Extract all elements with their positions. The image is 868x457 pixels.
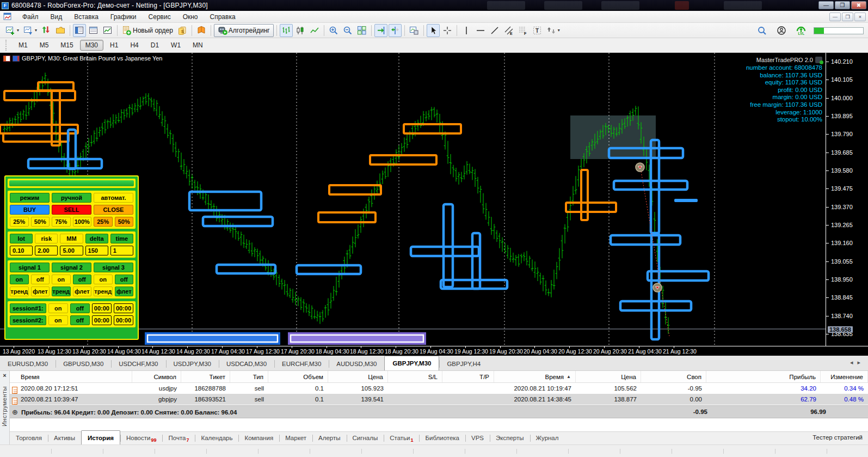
field-label-time[interactable]: time xyxy=(110,234,133,243)
column-header-6[interactable]: S/L xyxy=(388,371,442,382)
docking-button[interactable] xyxy=(408,24,421,37)
column-header-1[interactable]: Символ xyxy=(132,371,181,382)
bars-button[interactable] xyxy=(280,24,293,37)
lvl-button[interactable]: LVL xyxy=(795,24,808,37)
session-1-label[interactable]: session#1: xyxy=(10,303,46,313)
new-order-button[interactable]: Новый ордер xyxy=(120,24,175,37)
sell-button[interactable]: SELL xyxy=(52,205,91,215)
signal-1-flat-button[interactable]: флет xyxy=(31,287,50,296)
folder-button[interactable] xyxy=(54,24,67,37)
text-button[interactable]: T xyxy=(531,24,544,37)
timeframe-D1[interactable]: D1 xyxy=(145,40,164,51)
tab-scroll-arrows[interactable]: ◂▸ xyxy=(850,359,865,366)
signal-1-on-button[interactable]: on xyxy=(10,275,29,284)
toolbox-tab-Библиотека[interactable]: Библиотека xyxy=(419,432,465,444)
toolbox-close-icon[interactable]: × xyxy=(0,372,9,379)
signal-3-flat-button[interactable]: флет xyxy=(115,287,134,296)
toolbox-tab-Маркет[interactable]: Маркет xyxy=(279,432,312,444)
toolbox-tab-Новости[interactable]: Новости99 xyxy=(120,432,163,444)
signal-2-trend-button[interactable]: тренд xyxy=(52,287,71,296)
title-bar[interactable]: F 68008478 - RoboForex-Pro: Демо-счет - … xyxy=(0,0,868,11)
manual-mode-button[interactable]: ручной xyxy=(52,193,91,203)
arrows-button[interactable]: ▾ xyxy=(545,24,562,37)
close-button[interactable]: CLOSE xyxy=(94,205,133,215)
timeframe-H1[interactable]: H1 xyxy=(104,40,124,51)
signal-header-2[interactable]: signal 2 xyxy=(52,263,91,272)
timeframe-MN[interactable]: MN xyxy=(187,40,208,51)
channel-button[interactable]: E xyxy=(502,24,515,37)
field-label-delta[interactable]: delta xyxy=(85,234,108,243)
signal-header-1[interactable]: signal 1 xyxy=(10,263,50,272)
toolbox-tab-Календарь[interactable]: Календарь xyxy=(195,432,238,444)
session-1-off-button[interactable]: off xyxy=(70,303,90,313)
vertical-line-button[interactable] xyxy=(460,24,473,37)
percent-button-25[interactable]: 25% xyxy=(10,217,29,227)
minimize-button[interactable]: — xyxy=(818,1,834,9)
tile-windows-button[interactable] xyxy=(355,24,368,37)
chart-tab-AUDUSD-M30[interactable]: AUDUSD,M30 xyxy=(329,357,384,370)
percent-button-75[interactable]: 75% xyxy=(52,217,71,227)
column-header-2[interactable]: Тикет xyxy=(181,371,230,382)
field-input-time[interactable]: 1 xyxy=(110,246,133,255)
menu-Графики[interactable]: Графики xyxy=(104,11,143,22)
toolbox-tab-Торговля[interactable]: Торговля xyxy=(10,432,48,444)
refresh-button[interactable] xyxy=(40,24,53,37)
toolbox-tab-Почта[interactable]: Почта7 xyxy=(162,432,195,444)
toolbox-tab-Алерты[interactable]: Алерты xyxy=(312,432,346,444)
auto-scroll-button[interactable] xyxy=(374,24,387,37)
session-2-label[interactable]: session#2: xyxy=(10,315,46,325)
toolbox-tab-VPS[interactable]: VPS xyxy=(465,432,490,444)
restore-button[interactable]: ❒ xyxy=(835,1,850,9)
session-1-from-input[interactable]: 00:00 xyxy=(92,303,112,313)
toolbox-tab-Эксперты[interactable]: Эксперты xyxy=(490,432,530,444)
percent-button-100[interactable]: 100% xyxy=(73,217,92,227)
time-axis[interactable]: 13 Aug 202013 Aug 12:3013 Aug 20:3014 Au… xyxy=(0,346,868,356)
session-1-on-button[interactable]: on xyxy=(48,303,68,313)
chart-tab-EURCHF-M30[interactable]: EURCHF,M30 xyxy=(274,357,329,370)
signal-1-off-button[interactable]: off xyxy=(31,275,50,284)
field-input-risk[interactable]: 2.00 xyxy=(35,246,58,255)
column-header-10[interactable]: Своп xyxy=(641,371,706,382)
auto-mode-button[interactable]: автомат. xyxy=(94,193,133,203)
menu-Файл[interactable]: Файл xyxy=(16,11,45,22)
menu-Справка[interactable]: Справка xyxy=(204,11,242,22)
signal-3-on-button[interactable]: on xyxy=(94,275,113,284)
mode-button[interactable]: режим xyxy=(10,193,50,203)
algotrading-button[interactable]: Алготрейдинг xyxy=(214,24,274,37)
timeframe-W1[interactable]: W1 xyxy=(165,40,186,51)
profiles-button[interactable]: ▾ xyxy=(22,24,39,37)
signal-1-trend-button[interactable]: тренд xyxy=(10,287,29,296)
field-label-mm[interactable]: MM xyxy=(60,234,83,243)
column-header-0[interactable]: Время xyxy=(10,371,132,382)
column-header-11[interactable]: Прибыль xyxy=(706,371,821,382)
child-close-button[interactable]: × xyxy=(854,13,866,21)
new-chart-button[interactable]: ▾ xyxy=(4,24,21,37)
timeframe-M30[interactable]: M30 xyxy=(80,40,103,51)
column-header-8[interactable]: Время▲ xyxy=(494,371,576,382)
menu-Вставка[interactable]: Вставка xyxy=(68,11,104,22)
candles-button[interactable] xyxy=(294,24,307,37)
profile-button[interactable] xyxy=(775,24,788,37)
chart-tab-USDJPY-M30[interactable]: USDJPY,M30 xyxy=(166,357,219,370)
chart-tab-GBPUSD-M30[interactable]: GBPUSD,M30 xyxy=(56,357,111,370)
cursor-button[interactable] xyxy=(427,24,440,37)
toolbox-tab-История[interactable]: История xyxy=(81,430,120,444)
session-2-from-input[interactable]: 00:00 xyxy=(92,315,112,325)
chart-tab-GBPJPY-H4[interactable]: GBPJPY,H4 xyxy=(439,357,488,370)
toolbox-tab-Статьи[interactable]: Статьи1 xyxy=(384,432,419,444)
menu-Вид[interactable]: Вид xyxy=(45,11,69,22)
timeframe-M5[interactable]: M5 xyxy=(34,40,54,51)
chart-tab-USDCHF-M30[interactable]: USDCHF,M30 xyxy=(111,357,165,370)
column-header-12[interactable]: Изменение xyxy=(821,371,868,382)
child-restore-button[interactable]: ❒ xyxy=(842,13,853,21)
chart-tab-USDCAD-M30[interactable]: USDCAD,M30 xyxy=(219,357,274,370)
search-button[interactable] xyxy=(755,24,768,37)
column-header-5[interactable]: Цена xyxy=(328,371,388,382)
signal-3-off-button[interactable]: off xyxy=(115,275,134,284)
horizontal-line-button[interactable] xyxy=(474,24,487,37)
line-chart-button[interactable] xyxy=(308,24,321,37)
timeframe-H4[interactable]: H4 xyxy=(125,40,144,51)
field-input-lot[interactable]: 0.10 xyxy=(10,246,33,255)
chart-tab-GBPJPY-M30[interactable]: GBPJPY,M30 xyxy=(384,356,439,370)
percent-button-50[interactable]: 50% xyxy=(31,217,50,227)
